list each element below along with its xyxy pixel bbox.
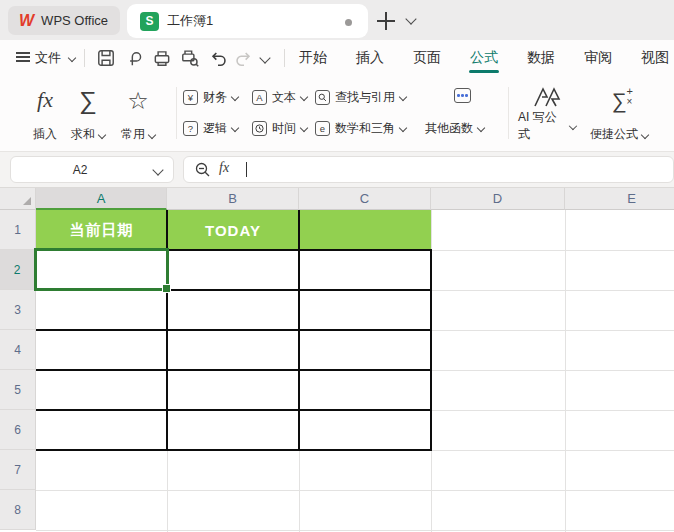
sigma-icon: ∑ [79,83,97,113]
zoom-search-icon[interactable] [194,161,212,179]
chevron-down-icon [569,122,577,130]
export-pdf-button[interactable] [124,48,144,68]
chevron-down-icon [300,124,308,132]
ai-write-formula-button[interactable]: AI 写公式 [518,83,576,143]
ribbon-tab-strip: 开始 插入 页面 公式 数据 审阅 视图 [291,40,674,75]
menu-tab-review[interactable]: 审阅 [576,40,620,75]
menu-tab-view[interactable]: 视图 [633,40,674,75]
fx-icon: fx [219,160,229,176]
magnifier-box-icon [315,90,330,105]
unsaved-indicator-dot [345,19,352,26]
row-header-1[interactable]: 1 [0,210,36,250]
wps-office-window: W WPS Office S 工作簿1 文件 [0,0,674,532]
fx-icon: fx [37,83,53,113]
more-functions-icon [454,88,471,103]
chevron-down-icon [148,130,156,138]
chevron-down-icon [231,124,239,132]
row-header-6[interactable]: 6 [0,410,36,450]
document-tab[interactable]: S 工作簿1 [127,4,368,38]
redo-button[interactable] [234,48,254,68]
chevron-down-icon [399,124,407,132]
column-header-e[interactable]: E [565,188,674,210]
tab-list-chevron-icon[interactable] [405,13,416,24]
undo-button[interactable] [208,48,228,68]
time-functions-button[interactable]: 时间 [252,119,307,137]
selected-cell-a2[interactable] [34,248,169,291]
chevron-down-icon [300,93,308,101]
cell-b1[interactable]: TODAY [167,210,299,250]
row-header-3[interactable]: 3 [0,290,36,330]
logic-functions-button[interactable]: ? 逻辑 [183,119,238,137]
formula-bar-row: A2 fx [0,152,674,188]
spreadsheet-grid[interactable]: A B C D E 1 2 3 4 5 6 7 8 当前日期 T [0,188,674,532]
chevron-down-icon [231,93,239,101]
column-header-b[interactable]: B [167,188,299,210]
math-trig-button[interactable]: e 数学和三角 [315,119,406,137]
chevron-down-icon [98,130,106,138]
save-button[interactable] [96,48,116,68]
chevron-down-icon [399,93,407,101]
row-header-4[interactable]: 4 [0,330,36,370]
chevron-down-icon [68,54,76,62]
cell-c1[interactable] [299,210,431,250]
text-cursor [246,162,247,177]
star-icon: ☆ [127,83,149,113]
menu-tab-formulas[interactable]: 公式 [462,40,506,75]
document-title: 工作簿1 [167,12,213,30]
column-header-d[interactable]: D [431,188,565,210]
menu-tab-page[interactable]: 页面 [405,40,449,75]
row-header-7[interactable]: 7 [0,450,36,490]
clock-box-icon [252,121,267,136]
wps-logo-icon: W [19,13,34,29]
formula-input[interactable]: fx [183,156,674,183]
lookup-reference-button[interactable]: 查找与引用 [315,88,406,106]
app-name: WPS Office [41,13,108,28]
corner-triangle-icon [23,197,31,205]
menu-tab-home[interactable]: 开始 [291,40,335,75]
insert-function-button[interactable]: fx 插入 [21,83,69,143]
menu-tab-data[interactable]: 数据 [519,40,563,75]
fill-handle[interactable] [162,284,171,293]
chevron-down-icon [641,130,649,138]
financial-functions-button[interactable]: ¥ 财务 [183,88,238,106]
row-header-2[interactable]: 2 [0,250,36,290]
row-header-8[interactable]: 8 [0,490,36,530]
spreadsheet-icon: S [140,12,159,31]
column-header-c[interactable]: C [299,188,431,210]
yen-box-icon: ¥ [183,90,198,105]
ai-icon [532,83,562,109]
letter-a-box-icon: A [252,90,267,105]
app-menu-button[interactable]: W WPS Office [8,6,120,35]
hamburger-menu-icon[interactable] [16,52,30,62]
row-header-5[interactable]: 5 [0,370,36,410]
titlebar: W WPS Office S 工作簿1 [0,0,674,40]
select-all-corner[interactable] [0,188,36,210]
file-menu-button[interactable]: 文件 [35,49,75,67]
menu-row: 文件 [0,40,674,75]
other-functions-button[interactable]: 其他函数 [425,119,484,137]
quick-toolbar-chevron-icon[interactable] [259,52,270,63]
new-tab-button[interactable] [374,9,398,33]
text-functions-button[interactable]: A 文本 [252,88,307,106]
question-box-icon: ? [183,121,198,136]
chevron-down-icon [477,124,485,132]
sigma-plus-icon: ∑+× [612,83,627,113]
name-box-chevron-icon[interactable] [152,164,163,175]
cell-reference: A2 [11,157,149,182]
cell-a1[interactable]: 当前日期 [36,210,167,250]
ribbon: fx 插入 ∑ 求和 ☆ 常用 ¥ 财务 ? 逻辑 A 文本 [0,75,674,152]
quick-formula-button[interactable]: ∑+× 便捷公式 [590,83,648,143]
column-header-a[interactable]: A [36,188,167,210]
menu-tab-insert[interactable]: 插入 [348,40,392,75]
print-button[interactable] [152,48,172,68]
name-box[interactable]: A2 [10,156,174,183]
print-preview-button[interactable] [180,48,200,68]
sum-button[interactable]: ∑ 求和 [64,83,112,143]
common-functions-button[interactable]: ☆ 常用 [114,83,162,143]
letter-e-box-icon: e [315,121,330,136]
